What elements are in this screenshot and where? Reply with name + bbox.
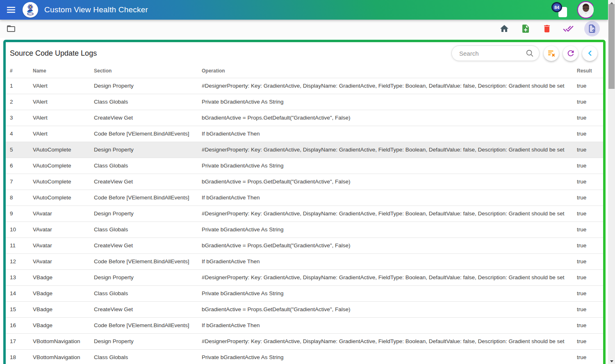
table-row[interactable]: 18 VBottomNavigation Class Globals Priva… [6, 350, 603, 364]
cell-index: 1 [6, 78, 33, 94]
cell-result: true [577, 158, 603, 174]
toolbar-right [499, 21, 602, 36]
column-header-name: Name [33, 63, 94, 78]
trash-icon[interactable] [542, 23, 552, 34]
table-row[interactable]: 14 VBadge Class Globals Private bGradien… [6, 286, 603, 302]
cell-index: 14 [6, 286, 33, 302]
table-row[interactable]: 17 VBottomNavigation Design Property #De… [6, 334, 603, 350]
table-body: 1 VAlert Design Property #DesignerProper… [6, 78, 603, 364]
cell-index: 13 [6, 270, 33, 286]
table-row[interactable]: 15 VBadge CreateView Get bGradientActive… [6, 302, 603, 318]
cell-result: true [577, 270, 603, 286]
cell-name: VBadge [33, 270, 94, 286]
toolbar [0, 20, 608, 38]
cell-index: 5 [6, 142, 33, 158]
cell-name: VBottomNavigation [33, 334, 94, 350]
cell-section: Design Property [94, 78, 202, 94]
card-controls [451, 45, 597, 61]
table-row[interactable]: 4 VAlert Code Before [VElement.BindAllEv… [6, 126, 603, 142]
scroll-down-arrow[interactable] [608, 358, 615, 364]
cell-section: Design Property [94, 142, 202, 158]
refresh-icon [566, 49, 575, 58]
cell-operation: bGradientActive = Props.GetDefault("Grad… [202, 238, 577, 254]
cell-result: true [577, 318, 603, 334]
table-row[interactable]: 8 VAutoComplete Code Before [VElement.Bi… [6, 190, 603, 206]
app-window: Custom View Health Checker 84 [0, 0, 615, 364]
home-icon[interactable] [499, 23, 510, 34]
cell-index: 9 [6, 206, 33, 222]
cell-name: VAlert [33, 110, 94, 126]
cell-section: Code Before [VElement.BindAllEvents] [94, 126, 202, 142]
search-input[interactable] [459, 50, 525, 57]
file-gear-icon [587, 24, 597, 34]
table-row[interactable]: 6 VAutoComplete Class Globals Private bG… [6, 158, 603, 174]
cell-operation: #DesignerProperty: Key: GradientActive, … [202, 334, 577, 350]
note-add-icon[interactable] [520, 23, 531, 34]
search-field [451, 45, 540, 61]
table-row[interactable]: 10 VAvatar Class Globals Private bGradie… [6, 222, 603, 238]
cell-operation: Private bGradientActive As String [202, 222, 577, 238]
cell-operation: If bGradientActive Then [202, 318, 577, 334]
cell-operation: #DesignerProperty: Key: GradientActive, … [202, 270, 577, 286]
vertical-scrollbar [608, 0, 615, 364]
cell-operation: If bGradientActive Then [202, 254, 577, 270]
cell-section: Code Before [VElement.BindAllEvents] [94, 254, 202, 270]
avatar [578, 2, 594, 18]
table-row[interactable]: 5 VAutoComplete Design Property #Designe… [6, 142, 603, 158]
file-settings-button[interactable] [584, 21, 600, 36]
cell-name: VBadge [33, 286, 94, 302]
table-row[interactable]: 1 VAlert Design Property #DesignerProper… [6, 78, 603, 94]
scrollbar-thumb[interactable] [608, 4, 615, 89]
cell-index: 2 [6, 94, 33, 110]
clear-filters-button[interactable] [544, 46, 559, 61]
done-all-icon[interactable] [563, 23, 574, 34]
cell-section: CreateView Get [94, 302, 202, 318]
cell-result: true [577, 238, 603, 254]
collapse-button[interactable] [582, 46, 597, 61]
cell-section: Code Before [VElement.BindAllEvents] [94, 190, 202, 206]
source-code-update-logs-card: Source Code Update Logs [3, 40, 606, 364]
cell-section: CreateView Get [94, 238, 202, 254]
folder-open-icon[interactable] [6, 23, 16, 34]
cell-index: 3 [6, 110, 33, 126]
menu-icon[interactable] [6, 5, 16, 15]
user-menu[interactable] [577, 1, 595, 19]
cell-result: true [577, 286, 603, 302]
table-row[interactable]: 3 VAlert CreateView Get bGradientActive … [6, 110, 603, 126]
cell-operation: bGradientActive = Props.GetDefault("Grad… [202, 302, 577, 318]
cell-operation: If bGradientActive Then [202, 190, 577, 206]
table-row[interactable]: 11 VAvatar CreateView Get bGradientActiv… [6, 238, 603, 254]
cell-operation: bGradientActive = Props.GetDefault("Grad… [202, 110, 577, 126]
page-title: Custom View Health Checker [44, 5, 148, 14]
cell-index: 16 [6, 318, 33, 334]
cell-section: Design Property [94, 334, 202, 350]
cell-index: 7 [6, 174, 33, 190]
table-row[interactable]: 13 VBadge Design Property #DesignerPrope… [6, 270, 603, 286]
cell-name: VAutoComplete [33, 158, 94, 174]
cell-operation: If bGradientActive Then [202, 126, 577, 142]
cell-result: true [577, 350, 603, 364]
table-header-row: # Name Section Operation Result [6, 63, 603, 78]
cell-name: VAlert [33, 126, 94, 142]
table-row[interactable]: 2 VAlert Class Globals Private bGradient… [6, 94, 603, 110]
cell-result: true [577, 206, 603, 222]
table-row[interactable]: 7 VAutoComplete CreateView Get bGradient… [6, 174, 603, 190]
cell-name: VAutoComplete [33, 142, 94, 158]
card-header: Source Code Update Logs [6, 42, 603, 63]
table-row[interactable]: 9 VAvatar Design Property #DesignerPrope… [6, 206, 603, 222]
cell-operation: Private bGradientActive As String [202, 286, 577, 302]
cell-section: Design Property [94, 270, 202, 286]
card-title: Source Code Update Logs [10, 49, 97, 58]
cell-section: Class Globals [94, 158, 202, 174]
notification-button[interactable]: 84 [551, 1, 567, 18]
cell-result: true [577, 126, 603, 142]
table-row[interactable]: 16 VBadge Code Before [VElement.BindAllE… [6, 318, 603, 334]
cell-section: Code Before [VElement.BindAllEvents] [94, 318, 202, 334]
column-header-index: # [6, 63, 33, 78]
cell-name: VBadge [33, 302, 94, 318]
refresh-button[interactable] [563, 46, 578, 61]
cell-section: CreateView Get [94, 110, 202, 126]
column-header-result: Result [577, 63, 603, 78]
table-row[interactable]: 12 VAvatar Code Before [VElement.BindAll… [6, 254, 603, 270]
cell-name: VAlert [33, 78, 94, 94]
